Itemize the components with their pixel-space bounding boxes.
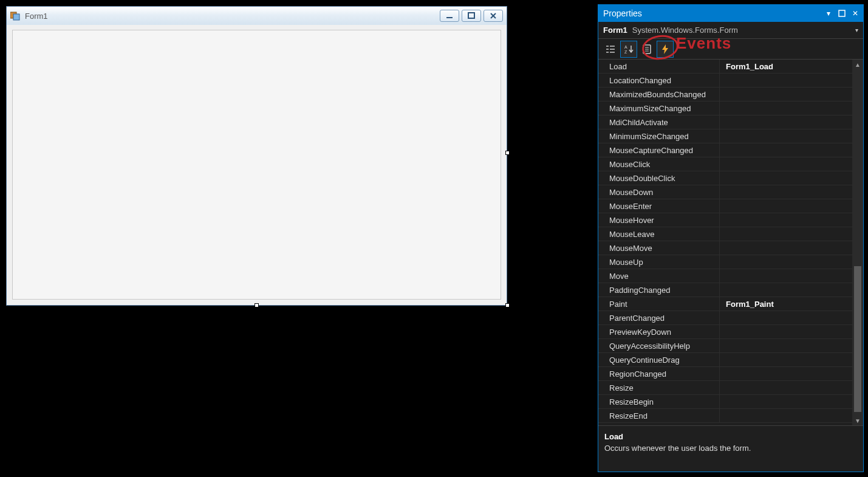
event-value[interactable] xyxy=(720,283,852,297)
event-value[interactable] xyxy=(720,199,852,213)
event-name: MouseDoubleClick xyxy=(598,171,720,185)
event-value[interactable] xyxy=(720,157,852,171)
event-row[interactable]: MouseLeave xyxy=(598,227,852,241)
event-row[interactable]: MouseUp xyxy=(598,255,852,269)
event-row[interactable]: MouseDown xyxy=(598,185,852,199)
event-value[interactable] xyxy=(720,269,852,283)
designer-form[interactable]: Form1 xyxy=(6,6,507,306)
event-row[interactable]: MouseDoubleClick xyxy=(598,171,852,185)
scroll-down-icon[interactable]: ▼ xyxy=(852,416,863,425)
event-name: Load xyxy=(598,60,720,73)
event-value[interactable] xyxy=(720,101,852,115)
event-row[interactable]: MdiChildActivate xyxy=(598,115,852,129)
object-name: Form1 xyxy=(603,26,627,35)
alphabetical-button[interactable]: AZ xyxy=(620,41,637,58)
event-row[interactable]: QueryContinueDrag xyxy=(598,353,852,367)
event-row[interactable]: MaximumSizeChanged xyxy=(598,101,852,115)
maximize-button[interactable] xyxy=(462,10,481,22)
object-type: System.Windows.Forms.Form xyxy=(632,26,738,35)
events-button[interactable] xyxy=(657,41,674,58)
event-row[interactable]: MouseClick xyxy=(598,157,852,171)
close-icon xyxy=(489,12,497,20)
event-value[interactable] xyxy=(720,255,852,269)
event-row[interactable]: PaddingChanged xyxy=(598,283,852,297)
form-title: Form1 xyxy=(25,12,437,21)
event-row[interactable]: ResizeBegin xyxy=(598,395,852,409)
event-row[interactable]: PaintForm1_Paint xyxy=(598,297,852,311)
panel-menu-icon[interactable]: ▾ xyxy=(823,8,834,19)
events-grid: LoadForm1_LoadLocationChangedMaximizedBo… xyxy=(598,60,863,425)
categorized-button[interactable] xyxy=(602,41,619,58)
event-name: ResizeEnd xyxy=(598,409,720,422)
event-value[interactable] xyxy=(720,213,852,227)
event-row[interactable]: MaximizedBoundsChanged xyxy=(598,88,852,101)
event-name: MouseEnter xyxy=(598,199,720,213)
event-row[interactable]: Resize xyxy=(598,381,852,395)
event-row[interactable]: ParentChanged xyxy=(598,311,852,325)
resize-handle-right[interactable] xyxy=(505,151,510,155)
event-value[interactable] xyxy=(720,74,852,87)
event-name: PaddingChanged xyxy=(598,283,720,297)
properties-panel-title[interactable]: Properties ▾ ✕ xyxy=(598,5,863,22)
grid-scrollbar[interactable]: ▲ ▼ xyxy=(852,60,863,425)
resize-handle-corner[interactable] xyxy=(505,303,510,307)
event-row[interactable]: MouseCaptureChanged xyxy=(598,143,852,157)
scroll-thumb[interactable] xyxy=(854,266,861,412)
form-titlebar[interactable]: Form1 xyxy=(7,7,507,25)
panel-maximize-icon[interactable] xyxy=(836,8,847,19)
object-dropdown-icon[interactable]: ▾ xyxy=(855,27,858,33)
event-row[interactable]: RegionChanged xyxy=(598,367,852,381)
event-value[interactable] xyxy=(720,311,852,324)
scroll-up-icon[interactable]: ▲ xyxy=(852,60,863,69)
event-name: MdiChildActivate xyxy=(598,115,720,129)
lightning-icon xyxy=(660,44,671,55)
properties-button[interactable] xyxy=(638,41,655,58)
event-row[interactable]: LocationChanged xyxy=(598,74,852,88)
event-row[interactable]: MinimumSizeChanged xyxy=(598,129,852,143)
event-value[interactable] xyxy=(720,367,852,380)
event-value[interactable] xyxy=(720,241,852,255)
event-value[interactable] xyxy=(720,381,852,394)
resize-handle-bottom[interactable] xyxy=(255,303,259,307)
event-name: MaximumSizeChanged xyxy=(598,101,720,115)
event-value[interactable] xyxy=(720,325,852,338)
event-row[interactable]: MouseEnter xyxy=(598,199,852,213)
form-client-area[interactable] xyxy=(12,30,501,300)
event-value[interactable] xyxy=(720,353,852,366)
close-button[interactable] xyxy=(484,10,503,22)
event-name: QueryContinueDrag xyxy=(598,353,720,366)
event-value[interactable] xyxy=(720,115,852,129)
svg-rect-1 xyxy=(13,14,19,20)
form-app-icon xyxy=(10,11,20,21)
event-value[interactable] xyxy=(720,171,852,185)
event-row[interactable]: MouseHover xyxy=(598,213,852,227)
event-value[interactable] xyxy=(720,395,852,408)
panel-title-label: Properties xyxy=(603,9,821,18)
object-selector[interactable]: Form1 System.Windows.Forms.Form ▾ xyxy=(598,22,863,39)
event-value[interactable] xyxy=(720,88,852,101)
properties-panel: Properties ▾ ✕ Form1 System.Windows.Form… xyxy=(598,4,864,472)
event-row[interactable]: PreviewKeyDown xyxy=(598,325,852,339)
event-name: MouseClick xyxy=(598,157,720,171)
event-name: LocationChanged xyxy=(598,74,720,87)
description-pane: Load Occurs whenever the user loads the … xyxy=(598,425,863,472)
event-row[interactable]: ResizeEnd xyxy=(598,409,852,423)
minimize-icon xyxy=(445,12,454,20)
event-row[interactable]: Move xyxy=(598,269,852,283)
event-row[interactable]: QueryAccessibilityHelp xyxy=(598,339,852,353)
event-value[interactable]: Form1_Load xyxy=(720,60,852,73)
event-value[interactable] xyxy=(720,129,852,143)
event-value[interactable] xyxy=(720,339,852,352)
event-value[interactable] xyxy=(720,143,852,157)
event-value[interactable] xyxy=(720,409,852,422)
event-name: ResizeBegin xyxy=(598,395,720,408)
event-value[interactable] xyxy=(720,227,852,241)
panel-close-icon[interactable]: ✕ xyxy=(850,8,861,19)
minimize-button[interactable] xyxy=(440,10,459,22)
svg-text:A: A xyxy=(624,45,627,49)
event-value[interactable]: Form1_Paint xyxy=(720,297,852,311)
event-value[interactable] xyxy=(720,185,852,199)
event-row[interactable]: LoadForm1_Load xyxy=(598,60,852,74)
event-row[interactable]: MouseMove xyxy=(598,241,852,255)
event-name: MouseMove xyxy=(598,241,720,255)
